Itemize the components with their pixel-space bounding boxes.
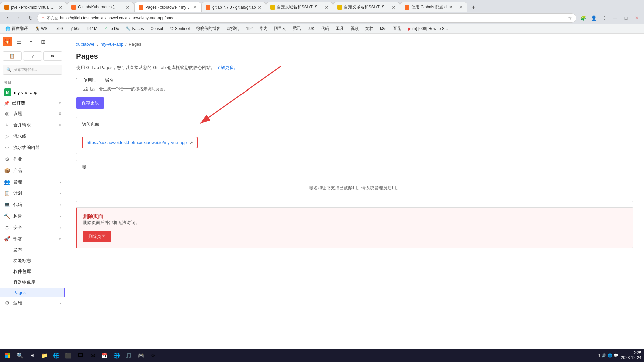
calendar-button[interactable]: 📅 [99,350,110,361]
bookmark-g150s[interactable]: g150s [67,26,83,32]
forward-button[interactable]: › [14,13,23,23]
bookmark-video[interactable]: 视频 [348,25,361,32]
profile-button[interactable]: 👤 [589,13,598,23]
bookmark-192[interactable]: 192 [243,26,255,32]
edit-quick-button[interactable]: ✏ [43,51,62,61]
breadcrumb-xuxiaowei[interactable]: xuxiaowei [76,42,95,47]
sidebar-item-products[interactable]: 📦 产品 [0,165,65,176]
project-item[interactable]: M my-vue-app [0,86,65,98]
sidebar-item-security[interactable]: 🛡 安全 › [0,222,65,233]
sidebar-item-pipeline-editor[interactable]: ✏ 流水线编辑器 [0,142,65,154]
mr-quick-button[interactable]: ⑂ [23,51,42,61]
sidebar-item-pipelines[interactable]: ▷ 流水线 [0,131,65,142]
grid-menu-button[interactable]: ⊞ [38,36,48,47]
bookmark-video-tutorial[interactable]: ▶ (5) [008] How to S... [405,26,451,32]
bookmark-tools[interactable]: 工具 [333,25,346,32]
sidebar-item-container-registry[interactable]: 容器镜像库 [0,277,65,288]
issues-quick-button[interactable]: 📋 [3,51,22,61]
new-item-button[interactable]: + [25,36,36,47]
security-icon: 🛡 [4,225,10,231]
bookmark-vm[interactable]: 虚拟机 [224,25,242,32]
tab-close-5[interactable]: ✕ [325,5,329,10]
mail-button[interactable]: ✉ [87,350,98,361]
bookmark-baihua[interactable]: 百花 [390,25,404,32]
bookmark-wsl[interactable]: 🐧 WSL [32,26,52,32]
bookmark-sentinel[interactable]: 🛡 Sentinel [167,26,192,32]
clock-date[interactable]: 2:25 2023-12-24 [621,351,641,360]
bookmark-k8s[interactable]: k8s [377,26,389,32]
tab-close-6[interactable]: ✕ [392,5,396,10]
sidebar-item-packages[interactable]: 软件包库 [0,266,65,277]
bookmark-star-icon[interactable]: ☆ [568,15,572,21]
tab-close-7[interactable]: ✕ [459,5,463,10]
tab-close-4[interactable]: ✕ [258,5,262,10]
bookmark-consul[interactable]: Consul [148,26,165,32]
search-box[interactable]: 🔍 搜索或转到... [3,65,62,75]
minimize-button[interactable]: ─ [610,13,620,23]
tab-close-3[interactable]: ✕ [193,5,197,10]
save-button[interactable]: 保存更改 [76,97,104,109]
extensions-button[interactable]: 🧩 [578,13,588,23]
delete-pages-button[interactable]: 删除页面 [83,231,111,242]
search-taskbar-button[interactable]: 🔍 [15,350,25,361]
back-button[interactable]: ‹ [3,13,12,23]
terminal-button[interactable]: ⬛ [63,350,74,361]
reload-button[interactable]: ↻ [25,13,35,23]
tab-3[interactable]: Pages · xuxiaowei / my-vue-... ✕ [134,2,201,12]
bookmark-blog[interactable]: 徐晓伟的博客 [194,25,223,32]
edge-button[interactable]: 🌐 [51,350,62,361]
unique-domain-checkbox[interactable] [76,78,80,82]
bookmark-tencent[interactable]: 腾讯 [290,25,304,32]
bookmark-jjk[interactable]: JJK [305,26,317,32]
bookmark-code[interactable]: 代码 [318,25,332,32]
settings-button[interactable]: ⋮ [600,13,609,23]
bookmark-aliyun[interactable]: 阿里云 [271,25,289,32]
sidebar-item-build[interactable]: 🔨 构建 › [0,210,65,222]
tab-4[interactable]: gitlab 7.7.0 · gitlab/gitlab ✕ [201,2,266,12]
bookmark-docs[interactable]: 文档 [363,25,376,32]
bookmark-nacos[interactable]: 🔧 Nacos [123,26,146,32]
tab-5[interactable]: 自定义域名和SSL/TLS 证书 | ... ✕ [266,2,333,12]
maximize-button[interactable]: □ [621,13,631,23]
bookmark-911m[interactable]: 911M [85,26,100,32]
app2-button[interactable]: 🎮 [136,350,146,361]
close-window-button[interactable]: ✕ [632,13,641,23]
sidebar-item-operations[interactable]: ⚙ 运维 › [0,297,65,309]
sidebar-item-plan[interactable]: 📋 计划 › [0,188,65,199]
sidebar-item-releases[interactable]: 发布 [0,245,65,255]
sidebar-item-issues[interactable]: ◎ 议题 0 [0,108,65,119]
bookmark-huawei[interactable]: 华为 [257,25,270,32]
address-bar-input[interactable]: ⚠ 不安全 https://gitlab.test.helm.xuxiaowei… [37,13,576,23]
sidebar-item-feature-flags[interactable]: 功能标志 [0,255,65,266]
sidebar-item-merge-requests[interactable]: ⑂ 合并请求 0 [0,119,65,131]
pages-url-link[interactable]: https://xuxiaowei.test.helm.xuxiaowei.io… [82,137,198,148]
tab-1[interactable]: pve - Proxmox Virtual Enviro... ✕ [0,2,67,12]
settings-taskbar-button[interactable]: ⚙ [148,350,158,361]
sidebar-item-jobs[interactable]: ⚙ 作业 [0,154,65,165]
sidebar-item-pages[interactable]: Pages [0,288,65,297]
task-view-button[interactable]: ⊞ [27,350,38,361]
browser-taskbar-button[interactable]: 🌐 [111,350,122,361]
new-tab-button[interactable]: + [469,3,478,12]
sidebar-item-manage[interactable]: 👥 管理 › [0,176,65,188]
tab-6[interactable]: 自定义域名和SSL/TLS 证书 | ... ✕ [333,2,400,12]
bookmark-todo[interactable]: ✓ To Do [101,26,122,32]
sidebar-item-code[interactable]: 💻 代码 › [0,199,65,210]
file-explorer-button[interactable]: 📁 [39,350,50,361]
tab-close-2[interactable]: ✕ [126,5,130,10]
gitlab-logo[interactable] [3,37,12,46]
bookmark-baidu-translate[interactable]: 🌐 百度翻译 [3,25,31,32]
photos-button[interactable]: 🖼 [75,350,86,361]
tab-close-1[interactable]: ✕ [59,5,63,10]
learn-more-link[interactable]: 了解更多。 [216,65,238,70]
tab-2[interactable]: GitLab/Kubernetes 知识库 ✕ [67,2,134,12]
toggle-sidebar-button[interactable]: ☰ [13,36,24,47]
tab-7[interactable]: 使用 Globals 配置 chart | 投... ✕ [400,2,467,12]
danger-hint: 删除页面后外部将无法访问。 [83,220,628,226]
breadcrumb-my-vue-app[interactable]: my-vue-app [101,42,124,47]
pinned-section[interactable]: 📌 已打选 ▾ [0,98,65,108]
bookmark-x99[interactable]: x99 [54,26,65,32]
sidebar-item-deploy[interactable]: 🚀 部署 ▾ [0,233,65,245]
app1-button[interactable]: 🎵 [123,350,134,361]
start-button[interactable] [3,350,13,361]
